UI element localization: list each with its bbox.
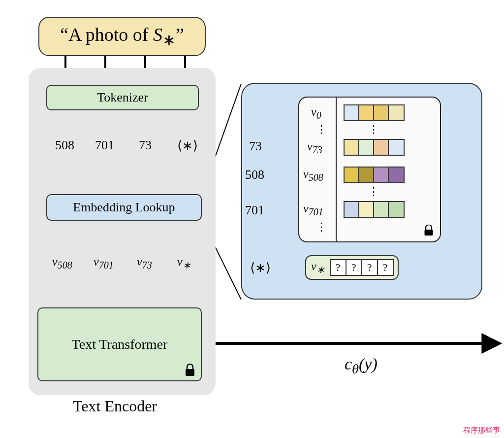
- vdots-1b: ⋮: [368, 124, 379, 135]
- lookup-table: v0 ⋮ ⋮ v73 v508 ⋮ v701 ⋮: [298, 97, 441, 242]
- prompt-symbol: S: [153, 24, 162, 45]
- panel-input-508: 508: [245, 168, 264, 182]
- embed-block: Embedding Lookup: [46, 194, 202, 221]
- embed-v73: v73: [137, 255, 152, 271]
- token-star: ⟨∗⟩: [177, 138, 198, 153]
- row-v508: [344, 167, 405, 183]
- vstar-cell: ?: [361, 259, 378, 276]
- panel-input-73: 73: [249, 139, 262, 154]
- vdots-3: ⋮: [316, 222, 327, 233]
- row-v0: [344, 104, 405, 121]
- vstar-cell: ?: [330, 259, 346, 276]
- vstar-label: v∗: [311, 260, 325, 275]
- transformer-block: Text Transformer: [37, 307, 202, 381]
- svg-rect-31: [186, 369, 194, 376]
- embed-v701: v701: [94, 255, 114, 271]
- prompt-text: “A photo of S∗”: [60, 24, 184, 49]
- vstar-cell: ?: [377, 259, 394, 276]
- lock-icon: [423, 225, 434, 236]
- transformer-label: Text Transformer: [72, 337, 168, 352]
- row-v701: [344, 201, 405, 218]
- watermark: 程序那些事: [463, 426, 500, 435]
- vdots-1: ⋮: [316, 124, 327, 135]
- output-label: cθ(y): [345, 355, 378, 377]
- row-v508-label: v508: [303, 168, 323, 183]
- lock-icon: [184, 364, 196, 376]
- svg-rect-32: [425, 230, 433, 236]
- token-701: 701: [95, 138, 114, 153]
- embed-v508: v508: [52, 255, 72, 271]
- vstar-cell: ?: [346, 259, 362, 276]
- row-v73-label: v73: [307, 140, 322, 156]
- embed-label: Embedding Lookup: [73, 200, 175, 215]
- prompt-box: “A photo of S∗”: [38, 17, 206, 56]
- tokenizer-label: Tokenizer: [97, 90, 148, 105]
- row-v73: [344, 139, 405, 156]
- row-v0-label: v0: [311, 105, 321, 121]
- row-v701-label: v701: [303, 202, 323, 218]
- panel-input-star: ⟨∗⟩: [250, 260, 271, 275]
- panel-input-701: 701: [245, 203, 264, 218]
- vstar-row: v∗ ? ? ? ?: [305, 255, 399, 280]
- embed-vstar: v∗: [177, 255, 191, 271]
- text-encoder-label: Text Encoder: [73, 397, 157, 415]
- tokenizer-block: Tokenizer: [46, 85, 199, 110]
- token-508: 508: [55, 138, 74, 153]
- token-73: 73: [139, 138, 152, 153]
- vdots-2: ⋮: [368, 186, 379, 197]
